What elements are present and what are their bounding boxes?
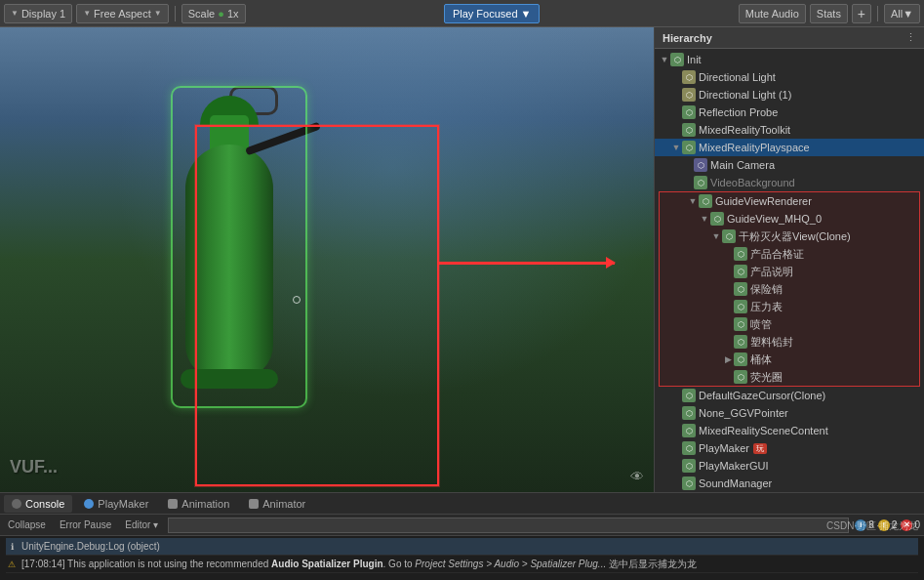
tab-animation[interactable]: Animation xyxy=(160,495,237,513)
bottom-panel: Console PlayMaker Animation Animator Col… xyxy=(0,492,924,580)
display-label: Display 1 xyxy=(21,8,65,20)
icon-dlight1: ⬡ xyxy=(682,70,696,84)
tree-item-pin[interactable]: ⬡ 保险销 xyxy=(660,280,919,298)
label-dlight1: Directional Light xyxy=(699,71,776,83)
error-pause-button[interactable]: Error Pause xyxy=(56,519,115,530)
tab-animator[interactable]: Animator xyxy=(241,495,313,513)
warn-count: 2 xyxy=(892,519,898,530)
aspect-arrow2: ▼ xyxy=(154,9,162,18)
label-cert: 产品合格证 xyxy=(750,247,804,262)
icon-desc: ⬡ xyxy=(734,265,747,278)
label-maincamera: Main Camera xyxy=(710,159,775,171)
tree-item-reflection[interactable]: ⬡ Reflection Probe xyxy=(655,104,924,121)
top-toolbar: ▼ Display 1 ▼ Free Aspect ▼ Scale ● 1x P… xyxy=(0,0,924,27)
tree-item-playmakergui[interactable]: ⬡ PlayMakerGUI xyxy=(655,457,924,475)
icon-reflection: ⬡ xyxy=(682,105,696,119)
toggle-init: ▼ xyxy=(659,55,670,64)
tree-item-barrel[interactable]: ▶ ⬡ 桶体 xyxy=(660,351,919,368)
icon-playmaker: ⬡ xyxy=(682,441,696,455)
info-icon: i xyxy=(855,519,866,531)
log-item-2[interactable]: ⚠ [17:08:14] This application is not usi… xyxy=(6,556,918,573)
display-arrow: ▼ xyxy=(11,9,19,18)
tab-animation-label: Animation xyxy=(181,498,229,510)
mute-audio-label: Mute Audio xyxy=(745,8,799,20)
label-gvrenderer: GuideViewRenderer xyxy=(715,195,812,207)
editor-button[interactable]: Editor ▾ xyxy=(121,519,162,530)
tree-item-mrtoolkit[interactable]: ⬡ MixedRealityToolkit xyxy=(655,121,924,139)
toggle-gvrenderer: ▼ xyxy=(687,196,699,206)
toggle-mrplayspace: ▼ xyxy=(670,143,682,152)
hierarchy-toolbar: ⋮ xyxy=(905,31,916,44)
icon-nozzle: ⬡ xyxy=(734,317,747,331)
tree-item-videobg[interactable]: ⬡ VideoBackground xyxy=(655,174,924,191)
error-icon: ✕ xyxy=(901,519,912,531)
tree-item-dlight2[interactable]: ⬡ Directional Light (1) xyxy=(655,86,924,104)
tree-item-extview[interactable]: ▼ ⬡ 干粉灭火器View(Clone) xyxy=(660,228,919,245)
tree-item-mrscene[interactable]: ⬡ MixedRealitySceneContent xyxy=(655,422,924,439)
icon-seal: ⬡ xyxy=(734,335,747,349)
tree-item-desc[interactable]: ⬡ 产品说明 xyxy=(660,263,919,280)
toggle-extview: ▼ xyxy=(710,231,722,241)
display-selector[interactable]: ▼ Display 1 xyxy=(4,4,72,23)
icon-gvrenderer: ⬡ xyxy=(699,194,712,208)
console-badges: i 8 ! 2 ✕ 0 xyxy=(855,519,920,531)
stats-label: Stats xyxy=(817,8,841,20)
hierarchy-tree[interactable]: ▼ ⬡ Init ⬡ Directional Light ⬡ Direction… xyxy=(655,49,924,492)
label-pin: 保险销 xyxy=(750,282,783,297)
log-icon-2: ⚠ xyxy=(6,559,18,570)
scale-value: 1x xyxy=(227,8,239,20)
tree-item-seal[interactable]: ⬡ 塑料铅封 xyxy=(660,333,919,351)
tree-item-gvmhq0[interactable]: ▼ ⬡ GuideView_MHQ_0 xyxy=(660,210,919,228)
label-playmakergui: PlayMakerGUI xyxy=(699,460,769,472)
stats-button[interactable]: Stats xyxy=(810,4,848,23)
eye-icon[interactable]: 👁 xyxy=(630,469,644,484)
mute-audio-button[interactable]: Mute Audio xyxy=(739,4,806,23)
playmaker-tab-icon xyxy=(84,499,94,509)
label-playmaker: PlayMaker xyxy=(699,442,749,454)
tab-console[interactable]: Console xyxy=(4,495,72,513)
tree-item-sound[interactable]: ⬡ SoundManager xyxy=(655,475,924,492)
tree-item-noneggv[interactable]: ⬡ None_GGVPointer xyxy=(655,404,924,422)
separator1 xyxy=(175,6,176,21)
aspect-selector[interactable]: ▼ Free Aspect ▼ xyxy=(76,4,169,23)
play-focused-button[interactable]: Play Focused ▼ xyxy=(444,4,541,23)
error-count: 0 xyxy=(914,519,920,530)
icon-gvmhq0: ⬡ xyxy=(710,212,724,226)
label-dlight2: Directional Light (1) xyxy=(699,89,791,101)
tree-item-init[interactable]: ▼ ⬡ Init xyxy=(655,51,924,68)
tree-item-gazecursor[interactable]: ⬡ DefaultGazeCursor(Clone) xyxy=(655,387,924,404)
add-button[interactable]: + xyxy=(852,4,871,23)
highlighted-section: ▼ ⬡ GuideViewRenderer ▼ ⬡ GuideView_MHQ_… xyxy=(659,191,920,387)
viewport[interactable]: VUF... 👁 xyxy=(0,27,654,492)
tree-item-playmaker[interactable]: ⬡ PlayMaker 玩 xyxy=(655,439,924,457)
label-nozzle: 喷管 xyxy=(750,317,772,332)
play-focused-arrow: ▼ xyxy=(521,8,532,20)
log-icon-1: ℹ xyxy=(6,541,18,553)
tree-item-cert[interactable]: ⬡ 产品合格证 xyxy=(660,245,919,263)
icon-barrel: ⬡ xyxy=(734,352,747,366)
console-search-input[interactable] xyxy=(168,518,849,533)
scale-control[interactable]: Scale ● 1x xyxy=(181,4,246,23)
icon-noneggv: ⬡ xyxy=(682,406,696,420)
icon-gauge: ⬡ xyxy=(734,300,747,313)
separator2 xyxy=(877,6,878,21)
aspect-arrow: ▼ xyxy=(83,9,91,18)
scale-dot: ● xyxy=(218,8,224,20)
label-sound: SoundManager xyxy=(699,477,772,489)
tree-item-dlight1[interactable]: ⬡ Directional Light xyxy=(655,68,924,86)
all-button[interactable]: All ▼ xyxy=(884,4,920,23)
toggle-gvmhq0: ▼ xyxy=(699,214,710,224)
label-gvmhq0: GuideView_MHQ_0 xyxy=(727,213,822,225)
collapse-button[interactable]: Collapse xyxy=(4,519,50,530)
tab-playmaker[interactable]: PlayMaker xyxy=(76,495,156,513)
tree-item-mrplayspace[interactable]: ▼ ⬡ MixedRealityPlayspace xyxy=(655,139,924,156)
icon-mrtoolkit: ⬡ xyxy=(682,123,696,137)
log-item-1[interactable]: ℹ UnityEngine.Debug:Log (object) xyxy=(6,538,918,556)
hierarchy-more-button[interactable]: ⋮ xyxy=(905,31,916,44)
tree-item-nozzle[interactable]: ⬡ 喷管 xyxy=(660,315,919,333)
tree-item-ring[interactable]: ⬡ 荧光圈 xyxy=(660,368,919,386)
icon-dlight2: ⬡ xyxy=(682,88,696,102)
tree-item-gauge[interactable]: ⬡ 压力表 xyxy=(660,298,919,315)
tree-item-gvrenderer[interactable]: ▼ ⬡ GuideViewRenderer xyxy=(660,192,919,210)
tree-item-maincamera[interactable]: ⬡ Main Camera xyxy=(655,156,924,174)
